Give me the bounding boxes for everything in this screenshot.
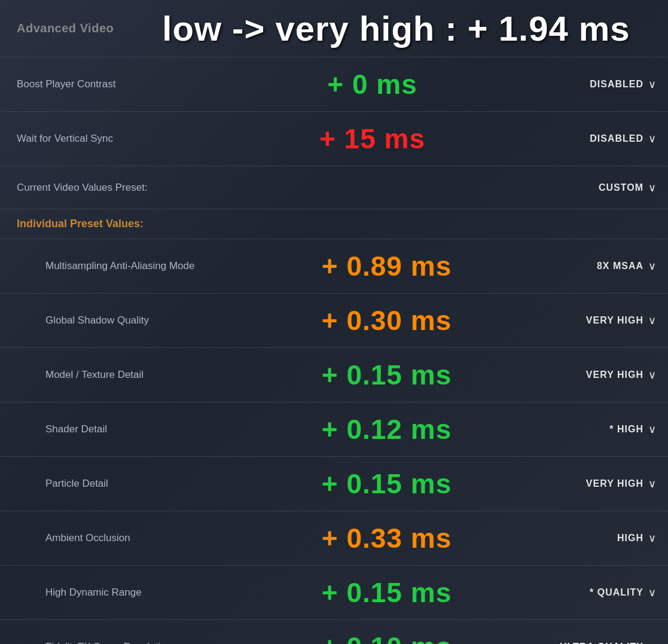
msaa-mode-row: Multisampling Anti-Aliasing Mode + 0.89 … <box>0 239 668 294</box>
individual-preset-subtitle: Individual Preset Values: <box>0 209 668 239</box>
global-shadow-quality-label: Global Shadow Quality <box>45 315 237 326</box>
high-dynamic-range-chevron: ∨ <box>648 586 656 599</box>
global-shadow-quality-dropdown[interactable]: VERY HIGH ∨ <box>536 314 656 327</box>
high-dynamic-range-latency: + 0.15 ms <box>237 576 536 609</box>
boost-player-contrast-dropdown[interactable]: DISABLED ∨ <box>536 78 656 91</box>
model-texture-detail-label: Model / Texture Detail <box>45 369 237 381</box>
particle-detail-label: Particle Detail <box>45 478 237 490</box>
ambient-occlusion-chevron: ∨ <box>648 532 656 545</box>
vertical-sync-label: Wait for Vertical Sync <box>17 133 208 145</box>
header-row: Advanced Video low -> very high : + 1.94… <box>0 0 668 57</box>
shader-detail-label: Shader Detail <box>45 423 237 435</box>
high-dynamic-range-label: High Dynamic Range <box>45 587 237 599</box>
high-dynamic-range-dropdown[interactable]: * QUALITY ∨ <box>536 586 656 599</box>
model-texture-detail-value: VERY HIGH <box>586 370 643 380</box>
section-title: Advanced Video <box>17 22 136 35</box>
ambient-occlusion-label: Ambient Occlusion <box>45 532 237 544</box>
msaa-mode-label: Multisampling Anti-Aliasing Mode <box>45 260 237 272</box>
vertical-sync-dropdown[interactable]: DISABLED ∨ <box>536 132 656 145</box>
msaa-mode-latency: + 0.89 ms <box>237 250 536 282</box>
fidelityfx-super-resolution-latency: + 0.10 ms <box>237 631 536 644</box>
ambient-occlusion-value: HIGH <box>617 533 643 544</box>
model-texture-detail-dropdown[interactable]: VERY HIGH ∨ <box>536 368 656 381</box>
fidelityfx-super-resolution-value: ULTRA QUALITY <box>560 642 643 644</box>
fidelityfx-super-resolution-chevron: ∨ <box>648 640 656 644</box>
ambient-occlusion-row: Ambient Occlusion + 0.33 ms HIGH ∨ <box>0 511 668 566</box>
video-preset-dropdown[interactable]: CUSTOM ∨ <box>536 181 656 194</box>
global-shadow-quality-row: Global Shadow Quality + 0.30 ms VERY HIG… <box>0 294 668 348</box>
vertical-sync-row: Wait for Vertical Sync + 15 ms DISABLED … <box>0 112 668 166</box>
model-texture-detail-latency: + 0.15 ms <box>237 359 536 391</box>
ambient-occlusion-latency: + 0.33 ms <box>237 522 536 554</box>
ambient-occlusion-dropdown[interactable]: HIGH ∨ <box>536 532 656 545</box>
video-preset-value: CUSTOM <box>599 182 643 193</box>
fidelityfx-super-resolution-label: FidelityFX Super Resolution <box>45 641 237 644</box>
boost-player-contrast-label: Boost Player Contrast <box>17 78 208 90</box>
video-preset-chevron: ∨ <box>648 181 656 194</box>
shader-detail-value: * HIGH <box>609 424 643 435</box>
global-shadow-quality-value: VERY HIGH <box>586 315 643 326</box>
video-preset-label: Current Video Values Preset: <box>17 182 277 194</box>
global-shadow-quality-chevron: ∨ <box>648 314 656 327</box>
boost-player-contrast-chevron: ∨ <box>648 78 656 91</box>
high-dynamic-range-value: * QUALITY <box>590 587 643 598</box>
model-texture-detail-row: Model / Texture Detail + 0.15 ms VERY HI… <box>0 348 668 402</box>
sub-rows-container: Multisampling Anti-Aliasing Mode + 0.89 … <box>0 239 668 644</box>
vertical-sync-latency: + 15 ms <box>208 123 536 155</box>
particle-detail-dropdown[interactable]: VERY HIGH ∨ <box>536 477 656 490</box>
video-preset-row: Current Video Values Preset: CUSTOM ∨ <box>0 166 668 209</box>
shader-detail-latency: + 0.12 ms <box>237 413 536 445</box>
boost-player-contrast-latency: + 0 ms <box>208 68 536 100</box>
fidelityfx-super-resolution-row: FidelityFX Super Resolution + 0.10 ms UL… <box>0 620 668 644</box>
boost-player-contrast-row: Boost Player Contrast + 0 ms DISABLED ∨ <box>0 57 668 112</box>
particle-detail-latency: + 0.15 ms <box>237 468 536 500</box>
msaa-mode-value: 8X MSAA <box>597 261 643 271</box>
global-shadow-quality-latency: + 0.30 ms <box>237 304 536 337</box>
particle-detail-chevron: ∨ <box>648 477 656 490</box>
boost-player-contrast-value: DISABLED <box>590 79 643 90</box>
header-latency-value: low -> very high : + 1.94 ms <box>136 8 656 48</box>
particle-detail-value: VERY HIGH <box>586 478 643 489</box>
shader-detail-chevron: ∨ <box>648 423 656 436</box>
fidelityfx-super-resolution-dropdown[interactable]: ULTRA QUALITY ∨ <box>536 640 656 644</box>
vertical-sync-value: DISABLED <box>590 133 643 144</box>
advanced-video-panel: Advanced Video low -> very high : + 1.94… <box>0 0 668 644</box>
msaa-mode-dropdown[interactable]: 8X MSAA ∨ <box>536 260 656 273</box>
model-texture-detail-chevron: ∨ <box>648 368 656 381</box>
high-dynamic-range-row: High Dynamic Range + 0.15 ms * QUALITY ∨ <box>0 566 668 620</box>
msaa-mode-chevron: ∨ <box>648 260 656 273</box>
vertical-sync-chevron: ∨ <box>648 132 656 145</box>
particle-detail-row: Particle Detail + 0.15 ms VERY HIGH ∨ <box>0 457 668 511</box>
shader-detail-row: Shader Detail + 0.12 ms * HIGH ∨ <box>0 402 668 457</box>
shader-detail-dropdown[interactable]: * HIGH ∨ <box>536 423 656 436</box>
